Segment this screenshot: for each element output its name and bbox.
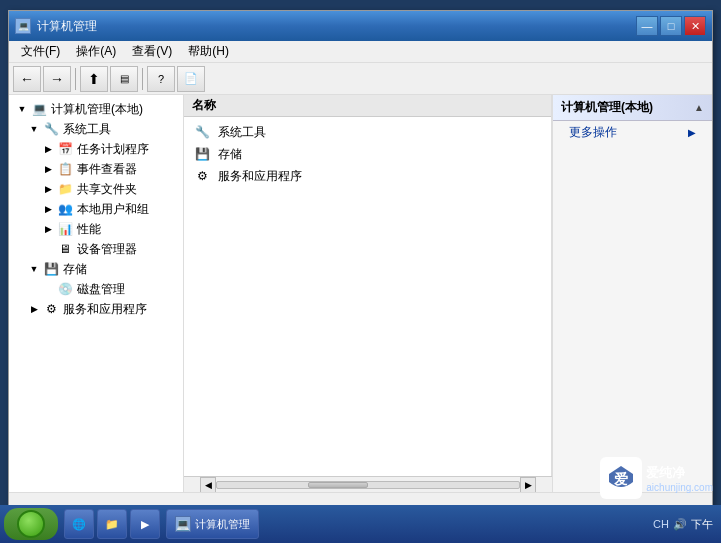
- center-item-storage[interactable]: 💾 存储: [184, 143, 551, 165]
- tree-item-device-manager[interactable]: ▶ 🖥 设备管理器: [9, 239, 183, 259]
- storage-icon: 💾: [43, 261, 59, 277]
- up-button[interactable]: ⬆: [80, 66, 108, 92]
- scroll-left-button[interactable]: ◀: [200, 477, 216, 493]
- menu-action[interactable]: 操作(A): [68, 41, 124, 62]
- tree-label-storage: 存储: [63, 261, 87, 278]
- tree-item-task-scheduler[interactable]: ▶ 📅 任务计划程序: [9, 139, 183, 159]
- tree-label-share: 共享文件夹: [77, 181, 137, 198]
- properties-button[interactable]: 📄: [177, 66, 205, 92]
- tray-sys-text: CH: [653, 518, 669, 530]
- actions-panel: 计算机管理(本地) ▲ 更多操作 ▶: [552, 95, 712, 492]
- tree-item-users[interactable]: ▶ 👥 本地用户和组: [9, 199, 183, 219]
- menu-file[interactable]: 文件(F): [13, 41, 68, 62]
- watermark: 爱 爱纯净 aichunjing.com: [600, 457, 713, 499]
- actions-section-0: 计算机管理(本地) ▲ 更多操作 ▶: [553, 95, 712, 143]
- tree-item-performance[interactable]: ▶ 📊 性能: [9, 219, 183, 239]
- taskbar-item-label: 计算机管理: [195, 517, 250, 532]
- center-list: 🔧 系统工具 💾 存储 ⚙ 服务和应用程序: [184, 117, 551, 191]
- actions-section-title: 计算机管理(本地): [561, 99, 653, 116]
- tree-expand-services[interactable]: ▶: [27, 302, 41, 316]
- actions-more-label: 更多操作: [569, 124, 617, 141]
- watermark-text-block: 爱纯净 aichunjing.com: [646, 464, 713, 493]
- tree-expand-event[interactable]: ▶: [41, 162, 55, 176]
- folder-icon: 📁: [105, 518, 119, 531]
- watermark-brand: 爱纯净: [646, 464, 713, 482]
- center-item-system-tools[interactable]: 🔧 系统工具: [184, 121, 551, 143]
- tree-item-event-viewer[interactable]: ▶ 📋 事件查看器: [9, 159, 183, 179]
- tree-expand-storage[interactable]: ▼: [27, 262, 41, 276]
- actions-more-arrow: ▶: [688, 127, 696, 138]
- center-item-services[interactable]: ⚙ 服务和应用程序: [184, 165, 551, 187]
- back-button[interactable]: ←: [13, 66, 41, 92]
- scrollbar-thumb[interactable]: [308, 482, 368, 488]
- actions-section-header[interactable]: 计算机管理(本地) ▲: [553, 95, 712, 121]
- task-icon: 📅: [57, 141, 73, 157]
- forward-button[interactable]: →: [43, 66, 71, 92]
- services-icon: ⚙: [43, 301, 59, 317]
- tray-volume-icon[interactable]: 🔊: [673, 518, 687, 531]
- taskbar-item-icon: 💻: [175, 516, 191, 532]
- main-window: 💻 计算机管理 — □ ✕ 文件(F) 操作(A) 查看(V) 帮助(H) ← …: [8, 10, 713, 515]
- tree-label-device: 设备管理器: [77, 241, 137, 258]
- tree-item-disk-mgmt[interactable]: ▶ 💿 磁盘管理: [9, 279, 183, 299]
- computer-icon: 💻: [31, 101, 47, 117]
- quicklaunch-area: 🌐 📁 ▶: [64, 509, 160, 539]
- actions-more-item[interactable]: 更多操作 ▶: [553, 121, 712, 143]
- device-icon: 🖥: [57, 241, 73, 257]
- taskbar-active-item[interactable]: 💻 计算机管理: [166, 509, 259, 539]
- tree-label-users: 本地用户和组: [77, 201, 149, 218]
- center-storage-icon: 💾: [192, 146, 212, 162]
- close-button[interactable]: ✕: [684, 16, 706, 36]
- tree-expand-task[interactable]: ▶: [41, 142, 55, 156]
- name-column-label: 名称: [192, 97, 216, 114]
- window-icon: 💻: [15, 18, 31, 34]
- media-icon: ▶: [141, 518, 149, 531]
- tools-icon: 🔧: [43, 121, 59, 137]
- tree-expand-users[interactable]: ▶: [41, 202, 55, 216]
- clock-time: 下午: [691, 517, 713, 532]
- center-label-services: 服务和应用程序: [218, 168, 302, 185]
- tree-item-shared-folders[interactable]: ▶ 📁 共享文件夹: [9, 179, 183, 199]
- tree-expand-tools[interactable]: ▼: [27, 122, 41, 136]
- tree-label-event: 事件查看器: [77, 161, 137, 178]
- content-area: ▼ 💻 计算机管理(本地) ▼ 🔧 系统工具 ▶ 📅 任务计划程序: [9, 95, 712, 492]
- tree-root[interactable]: ▼ 💻 计算机管理(本地): [9, 99, 183, 119]
- help-button[interactable]: ?: [147, 66, 175, 92]
- tree-label-services: 服务和应用程序: [63, 301, 147, 318]
- system-tray: CH 🔊 下午: [653, 517, 717, 532]
- scroll-right-button[interactable]: ▶: [520, 477, 536, 493]
- tree-label-perf: 性能: [77, 221, 101, 238]
- tree-item-services[interactable]: ▶ ⚙ 服务和应用程序: [9, 299, 183, 319]
- tree-item-storage[interactable]: ▼ 💾 存储: [9, 259, 183, 279]
- taskbar-clock[interactable]: 下午: [691, 517, 713, 532]
- toolbar-separator-2: [142, 68, 143, 90]
- center-panel: 名称 🔧 系统工具 💾 存储 ⚙: [184, 95, 552, 476]
- users-icon: 👥: [57, 201, 73, 217]
- quicklaunch-folder[interactable]: 📁: [97, 509, 127, 539]
- tree-label-disk: 磁盘管理: [77, 281, 125, 298]
- tree-expand-root[interactable]: ▼: [15, 102, 29, 116]
- disk-icon: 💿: [57, 281, 73, 297]
- horizontal-scrollbar[interactable]: ◀ ▶: [184, 476, 552, 492]
- center-column-header: 名称: [184, 95, 551, 117]
- scrollbar-track[interactable]: [216, 481, 520, 489]
- center-tools-icon: 🔧: [192, 124, 212, 140]
- menu-help[interactable]: 帮助(H): [180, 41, 237, 62]
- tree-expand-perf[interactable]: ▶: [41, 222, 55, 236]
- menu-view[interactable]: 查看(V): [124, 41, 180, 62]
- share-icon: 📁: [57, 181, 73, 197]
- center-services-icon: ⚙: [192, 168, 212, 184]
- tree-expand-share[interactable]: ▶: [41, 182, 55, 196]
- maximize-button[interactable]: □: [660, 16, 682, 36]
- start-button[interactable]: [4, 508, 58, 540]
- ie-icon: 🌐: [72, 518, 86, 531]
- svg-text:爱: 爱: [614, 471, 628, 487]
- show-hide-button[interactable]: ▤: [110, 66, 138, 92]
- window-title: 计算机管理: [37, 18, 636, 35]
- quicklaunch-ie[interactable]: 🌐: [64, 509, 94, 539]
- minimize-button[interactable]: —: [636, 16, 658, 36]
- tree-panel: ▼ 💻 计算机管理(本地) ▼ 🔧 系统工具 ▶ 📅 任务计划程序: [9, 95, 184, 492]
- quicklaunch-media[interactable]: ▶: [130, 509, 160, 539]
- tree-item-system-tools[interactable]: ▼ 🔧 系统工具: [9, 119, 183, 139]
- center-label-storage: 存储: [218, 146, 242, 163]
